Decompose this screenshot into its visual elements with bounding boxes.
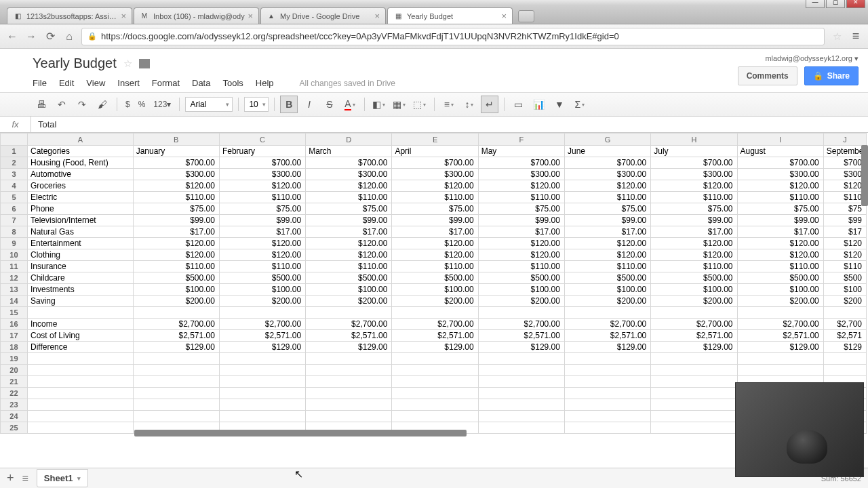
cell[interactable]: $500.00 xyxy=(306,272,392,284)
cell[interactable]: $100.00 xyxy=(219,284,305,296)
row-header[interactable]: 12 xyxy=(1,272,28,284)
cell[interactable]: $17.00 xyxy=(133,226,219,238)
cell[interactable]: $75.00 xyxy=(564,203,650,215)
cell[interactable]: $129.00 xyxy=(478,342,564,353)
filter-icon[interactable]: ▼ xyxy=(551,96,568,113)
menu-insert[interactable]: Insert xyxy=(117,78,140,88)
row-header[interactable]: 21 xyxy=(1,376,28,388)
cell[interactable]: $129.00 xyxy=(392,342,478,353)
cell[interactable]: $120.00 xyxy=(219,180,305,192)
cell[interactable] xyxy=(478,353,564,365)
cell[interactable]: $99.00 xyxy=(306,215,392,226)
row-header[interactable]: 16 xyxy=(1,319,28,330)
cell[interactable]: Cost of Living xyxy=(27,330,133,342)
cell[interactable]: $300.00 xyxy=(133,169,219,180)
cell[interactable]: Investments xyxy=(27,284,133,296)
row-header[interactable]: 17 xyxy=(1,330,28,342)
cell[interactable]: $99.00 xyxy=(392,215,478,226)
row-header[interactable]: 2 xyxy=(1,157,28,169)
cell[interactable]: $2,700.00 xyxy=(392,319,478,330)
cell[interactable]: $120.00 xyxy=(306,238,392,249)
col-header[interactable]: C xyxy=(219,134,305,146)
browser-tab[interactable]: ▦Yearly Budget× xyxy=(387,7,513,24)
cell[interactable] xyxy=(133,388,219,399)
currency-button[interactable]: $ xyxy=(123,100,133,109)
cell[interactable] xyxy=(27,411,133,422)
print-icon[interactable]: 🖶 xyxy=(33,96,50,113)
cell[interactable] xyxy=(219,399,305,411)
cell[interactable] xyxy=(27,307,133,319)
cell[interactable]: $17.00 xyxy=(392,226,478,238)
cell[interactable]: $75.00 xyxy=(306,203,392,215)
cell[interactable]: $700.00 xyxy=(306,157,392,169)
cell[interactable]: $200 xyxy=(823,296,866,307)
row-header[interactable]: 5 xyxy=(1,192,28,203)
menu-data[interactable]: Data xyxy=(192,78,210,88)
cell[interactable]: $2,571.00 xyxy=(478,330,564,342)
text-color-button[interactable]: A xyxy=(341,96,359,113)
cell[interactable]: $75.00 xyxy=(651,203,737,215)
number-format-button[interactable]: 123▾ xyxy=(151,100,174,109)
cell[interactable]: Entertainment xyxy=(27,238,133,249)
cell[interactable] xyxy=(564,422,650,434)
cell[interactable]: $120.00 xyxy=(306,180,392,192)
cell[interactable]: $17 xyxy=(823,226,866,238)
row-header[interactable]: 10 xyxy=(1,249,28,261)
cell[interactable] xyxy=(651,353,737,365)
cell[interactable]: $110.00 xyxy=(219,192,305,203)
undo-icon[interactable]: ↶ xyxy=(53,96,71,113)
tab-close-icon[interactable]: × xyxy=(121,11,126,21)
cell[interactable]: $2,700.00 xyxy=(478,319,564,330)
cell[interactable]: $120.00 xyxy=(133,238,219,249)
browser-tab[interactable]: ▲My Drive - Google Drive× xyxy=(260,7,386,24)
row-header[interactable]: 13 xyxy=(1,284,28,296)
cell[interactable] xyxy=(651,307,737,319)
cell[interactable]: $2,571 xyxy=(823,330,866,342)
tab-close-icon[interactable]: × xyxy=(374,11,380,21)
vertical-scrollbar[interactable] xyxy=(861,145,868,206)
cell[interactable]: $300.00 xyxy=(651,169,737,180)
row-header[interactable]: 6 xyxy=(1,203,28,215)
row-header[interactable]: 4 xyxy=(1,180,28,192)
cell[interactable]: $700.00 xyxy=(392,157,478,169)
cell[interactable] xyxy=(133,399,219,411)
cell[interactable] xyxy=(651,376,737,388)
cell[interactable]: Childcare xyxy=(27,272,133,284)
cell[interactable]: $300.00 xyxy=(564,169,650,180)
row-header[interactable]: 1 xyxy=(1,146,28,157)
col-header[interactable]: E xyxy=(392,134,478,146)
cell[interactable] xyxy=(306,365,392,376)
cell[interactable] xyxy=(478,307,564,319)
cell[interactable] xyxy=(133,307,219,319)
cell[interactable]: $17.00 xyxy=(478,226,564,238)
close-window-button[interactable]: ✕ xyxy=(846,0,865,8)
cell[interactable] xyxy=(651,411,737,422)
menu-edit[interactable]: Edit xyxy=(59,78,74,88)
cell[interactable]: $200.00 xyxy=(392,296,478,307)
cell[interactable]: $120.00 xyxy=(392,249,478,261)
cell[interactable]: $2,571.00 xyxy=(133,330,219,342)
back-button[interactable]: ← xyxy=(5,30,19,43)
cell[interactable]: $500.00 xyxy=(651,272,737,284)
cell[interactable] xyxy=(306,353,392,365)
reload-button[interactable]: ⟳ xyxy=(43,30,57,43)
cell[interactable]: Categories xyxy=(27,146,133,157)
cell[interactable] xyxy=(392,388,478,399)
cell[interactable]: $500 xyxy=(823,272,866,284)
row-header[interactable]: 15 xyxy=(1,307,28,319)
cell[interactable]: $300.00 xyxy=(219,169,305,180)
sheet-tab[interactable]: Sheet1 xyxy=(37,469,88,487)
cell[interactable]: Groceries xyxy=(27,180,133,192)
cell[interactable]: $17.00 xyxy=(306,226,392,238)
cell[interactable] xyxy=(478,399,564,411)
cell[interactable]: $17.00 xyxy=(564,226,650,238)
cell[interactable]: Income xyxy=(27,319,133,330)
row-header[interactable]: 18 xyxy=(1,342,28,353)
user-email[interactable]: mladwig@odysseyk12.org ▾ xyxy=(765,54,859,63)
tab-close-icon[interactable]: × xyxy=(248,11,253,21)
menu-tools[interactable]: Tools xyxy=(222,78,243,88)
comments-button[interactable]: Comments xyxy=(738,66,797,85)
cell[interactable]: $700.00 xyxy=(133,157,219,169)
row-header[interactable]: 20 xyxy=(1,365,28,376)
cell[interactable]: $200.00 xyxy=(564,296,650,307)
